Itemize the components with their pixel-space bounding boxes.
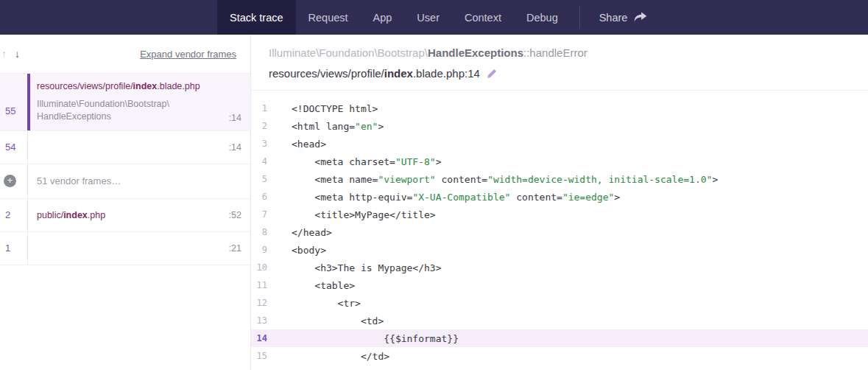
- code-line: 5 <meta name="viewport" content="width=d…: [251, 170, 868, 188]
- frame-row-55[interactable]: 55resources/views/profile/index.blade.ph…: [0, 74, 250, 131]
- handler-namespace: Illuminate\Foundation\Bootstrap\: [269, 46, 428, 59]
- handler-class: HandleExceptions: [428, 46, 523, 59]
- code-line: 7 <title>MyPage</title>: [251, 206, 868, 223]
- code-line: 10 <h3>The is Mypage</h3>: [251, 259, 868, 276]
- line-text: <head>: [267, 139, 326, 150]
- frame-line-number: :14: [229, 142, 241, 153]
- frame-nav-arrows: ↑ ↓: [1, 48, 20, 60]
- vendor-frames-label: 51 vendor frames…: [37, 175, 121, 186]
- line-text: </head>: [267, 227, 332, 238]
- tab-stack-trace[interactable]: Stack trace: [217, 0, 296, 35]
- tab-app[interactable]: App: [361, 0, 405, 35]
- pencil-icon[interactable]: [487, 68, 498, 79]
- frame-number: 55: [0, 74, 27, 130]
- line-text: <!DOCTYPE html>: [267, 103, 378, 114]
- line-number: 13: [251, 315, 267, 326]
- code-panel: 1<!DOCTYPE html>2<html lang="en">3<head>…: [251, 91, 868, 370]
- tab-request[interactable]: Request: [296, 0, 361, 35]
- line-text: <td>: [267, 315, 384, 327]
- code-line: 2<html lang="en">: [251, 117, 868, 135]
- code-line: 1<!DOCTYPE html>: [251, 100, 868, 117]
- frame-number: 54: [0, 131, 27, 164]
- code-line: 4 <meta charset="UTF-8">: [251, 153, 868, 170]
- share-arrow-icon: [634, 12, 647, 23]
- line-text: <body>: [267, 245, 326, 256]
- line-text: <meta http-equiv="X-UA-Compatible" conte…: [267, 192, 620, 203]
- expand-plus-icon[interactable]: +: [4, 175, 16, 187]
- line-text: <html lang="en">: [267, 121, 384, 132]
- line-text: <meta name="viewport" content="width=dev…: [267, 174, 718, 185]
- frame-row-54[interactable]: 54:14: [0, 131, 250, 164]
- share-label: Share: [599, 12, 628, 24]
- frame-body: resources/views/profile/index.blade.phpI…: [27, 74, 250, 130]
- share-button[interactable]: Share: [589, 0, 658, 35]
- frame-line-number: :52: [229, 210, 241, 220]
- code-line: 3<head>: [251, 135, 868, 153]
- line-number: 3: [251, 139, 267, 149]
- top-nav: Stack traceRequestAppUserContextDebug Sh…: [0, 0, 868, 35]
- code-line: 6 <meta http-equiv="X-UA-Compatible" con…: [251, 188, 868, 206]
- frames-list: 55resources/views/profile/index.blade.ph…: [0, 74, 250, 265]
- line-number: 5: [251, 174, 267, 184]
- line-text: <h3>The is Mypage</h3>: [267, 262, 442, 273]
- frame-detail-pane: Illuminate\Foundation\Bootstrap\HandleEx…: [251, 35, 868, 370]
- code-line-highlighted: 14 {{$informat}}: [251, 329, 868, 347]
- code-line: 9<body>: [251, 241, 868, 259]
- line-number: 2: [251, 121, 267, 131]
- line-number: 15: [251, 351, 267, 361]
- code-line: 13 <td>: [251, 312, 868, 329]
- code-line: 15 </td>: [251, 347, 868, 365]
- line-number: 1: [251, 103, 267, 114]
- vendor-frames-toggle[interactable]: +51 vendor frames…: [0, 164, 250, 199]
- line-number: 12: [251, 298, 267, 308]
- handler-method: ::handleError: [523, 46, 588, 59]
- tab-user[interactable]: User: [404, 0, 452, 35]
- code-line: 8</head>: [251, 223, 868, 241]
- line-text: <title>MyPage</title>: [267, 209, 436, 220]
- frame-row-2[interactable]: 2public/index.php:52: [0, 199, 250, 232]
- sidebar-header: ↑ ↓ Expand vendor frames: [0, 35, 250, 74]
- line-number: 11: [251, 280, 267, 290]
- line-text: {{$informat}}: [267, 333, 459, 344]
- previous-frame-arrow-icon[interactable]: ↑: [1, 48, 7, 60]
- next-frame-arrow-icon[interactable]: ↓: [15, 48, 20, 60]
- line-number: 7: [251, 209, 267, 220]
- frame-number: 2: [0, 199, 27, 231]
- frame-detail-header: Illuminate\Foundation\Bootstrap\HandleEx…: [251, 35, 868, 91]
- frame-file-path: resources/views/profile/index.blade.php: [37, 81, 241, 91]
- file-path-prefix: resources/views/profile/: [269, 67, 384, 80]
- expand-vendor-frames-link[interactable]: Expand vendor frames: [140, 49, 236, 60]
- frame-file-path: public/index.php: [37, 210, 105, 220]
- nav-tabs: Stack traceRequestAppUserContextDebug: [217, 0, 571, 35]
- frame-number: 1: [0, 232, 27, 265]
- stack-trace-sidebar: ↑ ↓ Expand vendor frames 55resources/vie…: [0, 35, 251, 370]
- file-path-title: resources/views/profile/index.blade.php:…: [269, 67, 850, 80]
- frame-line-number: :14: [229, 113, 241, 123]
- line-number: 9: [251, 245, 267, 255]
- vendor-label-wrap: 51 vendor frames…: [27, 164, 250, 198]
- frame-body: :21: [27, 232, 250, 265]
- line-number: 14: [251, 333, 267, 343]
- line-number: 10: [251, 262, 267, 273]
- vendor-gutter: +: [0, 175, 27, 187]
- frame-body: public/index.php:52: [27, 199, 250, 231]
- line-text: <meta charset="UTF-8">: [267, 156, 442, 167]
- code-line: 12 <tr>: [251, 294, 868, 312]
- file-path-suffix: .blade.php:14: [413, 67, 480, 80]
- code-line: 11 <table>: [251, 276, 868, 294]
- nav-divider: [579, 6, 580, 29]
- frame-row-1[interactable]: 1:21: [0, 232, 250, 265]
- frame-class: Illuminate\Foundation\Bootstrap\HandleEx…: [37, 98, 169, 123]
- frame-line-number: :21: [229, 243, 241, 254]
- line-text: </td>: [267, 351, 389, 362]
- tab-debug[interactable]: Debug: [514, 0, 571, 35]
- line-number: 8: [251, 227, 267, 237]
- tab-context[interactable]: Context: [452, 0, 514, 35]
- frame-body: :14: [27, 131, 250, 164]
- line-text: <tr>: [267, 298, 361, 309]
- line-number: 4: [251, 156, 267, 167]
- line-text: <table>: [267, 280, 355, 291]
- content-area: ↑ ↓ Expand vendor frames 55resources/vie…: [0, 35, 868, 370]
- file-path-name: index: [384, 67, 413, 80]
- line-number: 6: [251, 192, 267, 202]
